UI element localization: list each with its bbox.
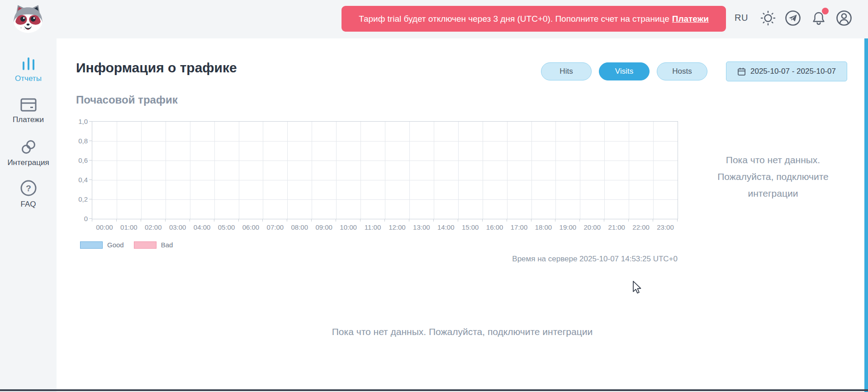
empty-data-note-bottom: Пока что нет данных. Пожалуйста, подключ…	[57, 326, 868, 337]
tab-hosts[interactable]: Hosts	[657, 62, 707, 80]
server-time: Время на сервере 2025-10-07 14:53:25 UTC…	[497, 255, 678, 264]
y-axis-tick	[89, 160, 92, 161]
x-axis-tick-label: 09:00	[315, 223, 332, 231]
y-axis-tick-label: 0,2	[78, 195, 88, 203]
v-gridline	[434, 122, 434, 219]
x-axis-tick-label: 06:00	[242, 223, 260, 231]
x-axis-tick-label: 20:00	[584, 223, 601, 231]
x-axis-tick	[262, 219, 263, 222]
chart-y-axis-labels: 1,00,80,60,40,20	[63, 122, 88, 219]
language-switcher[interactable]: RU	[735, 13, 748, 23]
sidebar-item-label: Платежи	[0, 115, 57, 124]
x-axis-tick-label: 10:00	[340, 223, 357, 231]
chart-x-axis-labels: 00:0001:0002:0003:0004:0005:0006:0007:00…	[92, 219, 678, 233]
x-axis-tick	[141, 219, 141, 222]
y-axis-tick-label: 0,8	[78, 137, 88, 145]
trial-alert-text: Тариф trial будет отключен через 3 дня (…	[359, 14, 669, 24]
x-axis-tick	[482, 219, 483, 222]
x-axis-tick-label: 08:00	[291, 223, 308, 231]
y-axis-tick	[89, 121, 92, 122]
x-axis-tick-label: 02:00	[145, 223, 162, 231]
x-axis-tick-label: 00:00	[96, 223, 113, 231]
x-axis-tick-label: 11:00	[365, 223, 381, 231]
v-gridline	[507, 122, 508, 219]
sidebar-item-integration[interactable]: Интеграция	[0, 139, 57, 167]
x-axis-tick-label: 14:00	[437, 223, 455, 231]
y-axis-tick-label: 0,4	[78, 176, 88, 184]
profile-icon[interactable]	[835, 9, 853, 27]
x-axis-tick	[677, 219, 678, 222]
legend-label: Good	[107, 241, 124, 249]
y-axis-tick	[89, 179, 92, 180]
v-gridline	[580, 122, 580, 219]
credit-card-icon	[20, 98, 37, 112]
main-content: Информация о трафике Hits Visits Hosts 2…	[57, 38, 868, 392]
x-axis-tick-label: 15:00	[462, 223, 479, 231]
y-axis-tick-label: 0,6	[78, 156, 88, 164]
y-axis-tick	[89, 199, 92, 199]
trial-alert-banner: Тариф trial будет отключен через 3 дня (…	[342, 6, 726, 32]
x-axis-tick-label: 18:00	[535, 223, 552, 231]
v-gridline	[653, 122, 654, 219]
telegram-icon[interactable]	[784, 9, 802, 27]
legend-item: Bad	[134, 241, 173, 249]
x-axis-tick	[507, 219, 507, 222]
x-axis-tick	[360, 219, 360, 222]
x-axis-tick-label: 13:00	[413, 223, 430, 231]
sidebar-item-label: Отчеты	[0, 74, 57, 83]
x-axis-tick	[116, 219, 117, 222]
raccoon-logo[interactable]	[12, 4, 44, 33]
calendar-icon	[737, 67, 746, 76]
theme-sun-icon[interactable]	[759, 9, 777, 27]
x-axis-tick-label: 21:00	[608, 223, 625, 231]
chart-legend: GoodBad	[80, 241, 173, 249]
payments-link[interactable]: Платежи	[672, 14, 709, 24]
notifications-bell-icon[interactable]	[810, 9, 827, 27]
notification-badge	[822, 8, 829, 14]
x-axis-tick	[555, 219, 555, 222]
legend-item: Good	[80, 241, 124, 249]
empty-data-note-side: Пока что нет данных. Пожалуйста, подключ…	[705, 151, 841, 202]
y-axis-tick-label: 1,0	[78, 118, 88, 125]
v-gridline	[239, 122, 239, 219]
x-axis-tick-label: 19:00	[560, 223, 577, 231]
v-gridline	[555, 122, 556, 219]
tab-hits[interactable]: Hits	[541, 62, 592, 80]
legend-label: Bad	[161, 241, 173, 249]
v-gridline	[214, 122, 215, 219]
date-range-value: 2025-10-07 - 2025-10-07	[750, 67, 836, 76]
x-axis-tick	[384, 219, 385, 222]
vertical-scrollbar[interactable]	[864, 38, 868, 392]
sidebar-item-reports[interactable]: Отчеты	[0, 57, 57, 83]
horizontal-scrollbar[interactable]	[0, 389, 868, 391]
x-axis-tick-label: 16:00	[486, 223, 503, 231]
v-gridline	[117, 122, 117, 219]
sidebar-item-label: Интеграция	[0, 158, 57, 167]
x-axis-tick-label: 01:00	[120, 223, 138, 231]
x-axis-tick	[628, 219, 629, 222]
x-axis-tick	[653, 219, 653, 222]
v-gridline	[409, 122, 410, 219]
sidebar: Отчеты Платежи Интеграция ? FAQ	[0, 38, 57, 392]
v-gridline	[312, 122, 312, 219]
x-axis-tick-label: 22:00	[632, 223, 650, 231]
tab-visits[interactable]: Visits	[599, 62, 650, 80]
sidebar-item-label: FAQ	[0, 200, 57, 209]
link-icon	[20, 139, 37, 155]
v-gridline	[263, 122, 263, 219]
svg-text:?: ?	[26, 184, 31, 193]
v-gridline	[629, 122, 629, 219]
sidebar-item-payments[interactable]: Платежи	[0, 98, 57, 124]
x-axis-tick	[190, 219, 190, 222]
date-range-picker[interactable]: 2025-10-07 - 2025-10-07	[726, 61, 847, 81]
sidebar-item-faq[interactable]: ? FAQ	[0, 179, 57, 209]
y-axis-tick	[89, 141, 92, 141]
x-axis-tick	[409, 219, 409, 222]
v-gridline	[483, 122, 483, 219]
x-axis-tick	[458, 219, 458, 222]
x-axis-tick-label: 12:00	[389, 223, 406, 231]
x-axis-tick	[336, 219, 336, 222]
v-gridline	[458, 122, 459, 219]
x-axis-tick-label: 04:00	[194, 223, 211, 231]
v-gridline	[166, 122, 166, 219]
